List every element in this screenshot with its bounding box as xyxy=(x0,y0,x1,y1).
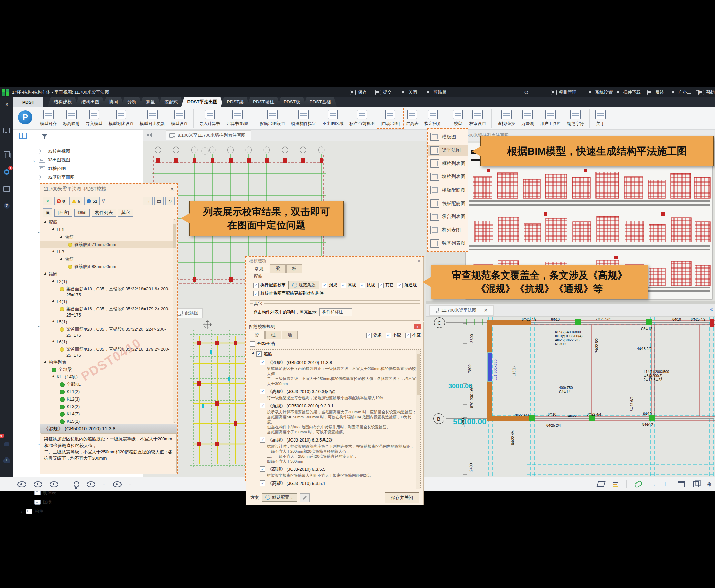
dialog-tab[interactable]: 梁 xyxy=(249,331,265,339)
project-tree-item[interactable]: 01桩位图 xyxy=(14,164,143,173)
lightbulb-icon[interactable] xyxy=(73,482,79,487)
titlebar-action[interactable]: 关闭 xyxy=(400,89,419,96)
titlebar-link[interactable]: 反馈 xyxy=(648,89,664,96)
close-icon[interactable]: x xyxy=(414,323,421,329)
pdst-logo-icon[interactable]: P xyxy=(18,110,32,124)
drawing-type-item[interactable]: 承台列表图 xyxy=(428,212,468,222)
window-icon[interactable] xyxy=(678,481,685,487)
select-all-checkbox[interactable]: 全选/全消 xyxy=(250,341,274,347)
rule-item[interactable]: 《高规》 (JGJ3-2010) 3.10.3条2款 特一级框架梁应符合规则，梁… xyxy=(260,389,418,400)
scrollbar[interactable] xyxy=(173,219,177,423)
titlebar-menu[interactable]: 项目管理 ⌄ xyxy=(551,89,581,96)
close-tab-icon[interactable]: ✕ xyxy=(484,308,488,313)
ribbon-tab[interactable]: 装配式 xyxy=(158,98,184,107)
expand-panel-icon[interactable]: » xyxy=(0,98,14,111)
ribbon-button[interactable]: 校审 xyxy=(449,108,466,128)
checkbox-code[interactable]: 抗规 xyxy=(359,282,375,288)
close-button[interactable]: ✕ xyxy=(708,90,712,95)
model-3d-icon[interactable] xyxy=(0,147,14,161)
ribbon-button[interactable]: 计算书显/隐 xyxy=(224,108,254,128)
checkbox-run-check[interactable]: 执行配筋校审 xyxy=(253,282,286,288)
check-tree-item[interactable]: 构件列表 xyxy=(40,358,177,366)
titlebar-action[interactable]: 保存 xyxy=(350,89,369,96)
ribbon-button[interactable]: 特殊构件指定 xyxy=(288,108,319,128)
locate-icon[interactable]: ✕ xyxy=(43,196,52,205)
project-tree-item[interactable]: 03出图视图 xyxy=(14,155,143,164)
ribbon-tab[interactable]: 算量 xyxy=(140,98,161,107)
wrench-icon[interactable] xyxy=(300,493,310,502)
ribbon-button[interactable]: 标注当前视图 xyxy=(346,108,378,128)
drawing-tab[interactable]: 8.100米至11.700米墙柱列表注写图 xyxy=(166,130,251,141)
check-filter-chip[interactable]: 构件列表 xyxy=(92,209,116,217)
flag-checkbox[interactable]: 不应 xyxy=(386,332,401,338)
highlight-mode-select[interactable]: 构件和标注⌄ xyxy=(319,309,352,316)
check-tree-item[interactable]: 梁首面筋Φ20，C35，直锚段0.35*32*20=224> 200-25=17… xyxy=(40,326,177,338)
ribbon-button[interactable]: 层高表 xyxy=(403,108,422,128)
dialog-tab[interactable]: 常规 xyxy=(249,265,269,273)
link-icon[interactable] xyxy=(634,480,643,488)
visibility-settings-icon[interactable] xyxy=(113,482,122,487)
dialog-tab[interactable]: 墙 xyxy=(282,331,298,339)
new-view-icon[interactable] xyxy=(155,133,162,138)
check-tree-item[interactable]: 锚固 xyxy=(40,271,177,278)
check-filter-chip[interactable]: [不宜] xyxy=(55,209,72,217)
ribbon-button[interactable]: 钢筋字符 xyxy=(564,108,590,128)
check-tree-item[interactable]: LL1 xyxy=(40,226,177,233)
close-icon[interactable]: ✕ xyxy=(170,187,174,192)
ribbon-button[interactable]: 关于 xyxy=(592,108,609,128)
sync-icon[interactable]: ↻ xyxy=(165,196,175,205)
check-tree-item[interactable]: 箍筋肢距71mm>0mm xyxy=(40,241,177,248)
drawing-type-item[interactable]: 独基列表图 xyxy=(428,238,468,249)
partial-drawing-tab[interactable]: 配筋图 xyxy=(174,309,203,318)
ribbon-tab[interactable]: PDST板 xyxy=(277,98,307,107)
check-tree-item[interactable]: 箍筋肢距88mm>0mm xyxy=(40,263,177,271)
layers-icon[interactable] xyxy=(613,482,618,486)
checkbox-code[interactable]: 混通规 xyxy=(397,282,417,288)
flag-checkbox[interactable]: 不宜 xyxy=(405,332,421,338)
ribbon-tab[interactable]: PDST梁 xyxy=(221,98,250,107)
filter-icon[interactable] xyxy=(42,134,48,138)
ribbon-tab[interactable]: PDST墙柱 xyxy=(247,98,280,107)
scrollbar[interactable] xyxy=(416,350,420,488)
cloud-upload-icon[interactable] xyxy=(0,454,14,468)
redo-icon[interactable]: ↻ xyxy=(524,90,527,95)
check-tree-item[interactable]: KL（14项） xyxy=(40,373,177,381)
project-tree-item[interactable]: 03校审视图 xyxy=(14,147,143,155)
select-region-icon[interactable]: ▣ xyxy=(43,208,52,217)
check-tree-item[interactable]: 全部KL xyxy=(40,381,177,388)
ribbon-button[interactable]: 模型对比设置 xyxy=(105,108,137,128)
check-tree-item[interactable]: L2(1) xyxy=(40,278,177,285)
check-tree-item[interactable]: 梁首面筋Φ16，C35，直锚段0.35*32*16=179.2> 200-25=… xyxy=(40,306,177,318)
drawing-type-item[interactable]: 模板图 xyxy=(428,132,468,142)
ribbon-tab[interactable]: 分析 xyxy=(121,98,143,107)
visibility-reset-icon[interactable] xyxy=(50,482,59,487)
ribbon-button[interactable]: 导入计算书 xyxy=(196,108,224,128)
checkbox-code[interactable]: 高规 xyxy=(341,282,356,288)
tab-pdst-app[interactable]: PDST xyxy=(14,98,43,107)
check-filter-chip[interactable]: 锚固 xyxy=(74,209,90,217)
ribbon-button[interactable]: 导入模型 xyxy=(83,108,105,128)
project-tree-item[interactable]: 02基础平面图 xyxy=(14,173,143,182)
drawing-type-item[interactable]: 楼板配筋图 xyxy=(428,185,468,195)
ribbon-button[interactable]: 万能刷 xyxy=(519,108,537,128)
ribbon-button[interactable]: 模型对齐 xyxy=(37,108,60,128)
drawing-type-item[interactable]: 桩列表图 xyxy=(428,225,468,235)
filter-icon[interactable]: ∇ xyxy=(102,198,105,204)
ribbon-button[interactable]: 标高映射 xyxy=(60,108,83,128)
check-tree-item[interactable]: L6(1) xyxy=(40,338,177,346)
rule-item[interactable]: 《混规》 (GB50010-2010) 9.2.9 1 按承载力计算不需要箍筋的… xyxy=(260,403,418,435)
visibility-box-icon[interactable] xyxy=(34,482,42,487)
dialog-tab[interactable]: 柱 xyxy=(266,331,281,339)
check-tree-item[interactable]: 箍筋 xyxy=(40,256,177,263)
drawing-type-item[interactable]: 墙柱列表图 xyxy=(428,172,468,182)
titlebar-action[interactable]: 剪贴板 xyxy=(426,89,448,96)
export-icon[interactable]: → xyxy=(143,196,152,205)
rule-item[interactable]: 《混规》 (GB50010-2010) 11.3.8 梁箍筋加密区长度内的箍筋肢… xyxy=(260,359,418,386)
visibility-dropdown-icon[interactable] xyxy=(87,482,96,487)
ribbon-button[interactable]: [自动出图] xyxy=(378,108,403,128)
ribbon-tab[interactable]: 结构出图 xyxy=(75,98,105,107)
project-tree-item[interactable]: 图纸 xyxy=(34,499,52,505)
checkbox-code[interactable]: 混规 xyxy=(322,282,337,288)
drawing-type-item[interactable]: 框柱列表图 xyxy=(428,158,468,169)
help-circle-icon[interactable]: ? xyxy=(0,199,14,212)
